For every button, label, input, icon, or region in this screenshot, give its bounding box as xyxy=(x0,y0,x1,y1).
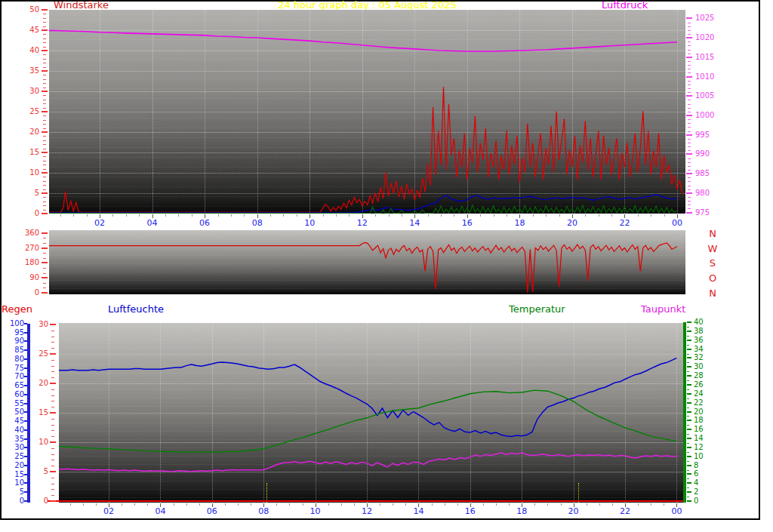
rain-axis-minor-tick xyxy=(51,448,54,449)
hour-label-18: 18 xyxy=(512,507,531,515)
hour-tick xyxy=(349,214,350,217)
hour-tick xyxy=(186,503,187,506)
hour-tick xyxy=(405,503,406,506)
wind-axis-minor-tick xyxy=(43,149,46,149)
temperature-minor-tick xyxy=(687,425,689,426)
humidity-tick-label: 10 xyxy=(2,479,24,487)
rain-axis-tick xyxy=(50,324,56,325)
hour-label-08: 08 xyxy=(248,219,267,227)
hour-tick xyxy=(599,503,600,506)
hour-tick xyxy=(546,214,547,217)
temperature-tick xyxy=(687,411,691,413)
wind-axis-minor-tick xyxy=(43,100,46,100)
temperature-tick xyxy=(687,393,691,395)
rain-axis-tick-label: 30 xyxy=(32,321,48,328)
temperature-tick-label: 22 xyxy=(694,399,713,407)
temperature-minor-tick xyxy=(687,407,689,408)
hour-tick xyxy=(225,503,226,506)
rain-axis-minor-tick xyxy=(51,425,54,426)
hour-tick xyxy=(428,214,429,217)
wind-axis-minor-tick xyxy=(43,115,46,116)
pressure-axis-minor-tick xyxy=(688,85,691,85)
pressure-axis-minor-tick xyxy=(688,146,691,147)
direction-axis-minor-tick xyxy=(43,253,46,254)
temperature-tick-label: 36 xyxy=(694,337,713,344)
hour-tick xyxy=(533,214,534,217)
temperature-tick-label: 10 xyxy=(694,453,713,460)
pressure-axis-minor-tick xyxy=(688,42,691,42)
wind-panel-label: Windstärke xyxy=(54,0,109,11)
wind-axis-minor-tick xyxy=(43,144,46,145)
wind-axis-tick xyxy=(42,9,48,11)
wind-axis-minor-tick xyxy=(43,75,46,75)
graph-title: 24 hour graph day : 05 August 2025 xyxy=(49,0,685,11)
wind-axis-minor-tick xyxy=(43,79,46,80)
pressure-axis-minor-tick xyxy=(688,162,691,163)
pressure-axis-tick xyxy=(686,212,692,214)
hour-tick xyxy=(231,214,232,217)
rain-axis-tick xyxy=(50,412,56,414)
temperature-tick-label: 14 xyxy=(694,435,713,442)
pressure-axis-tick xyxy=(686,57,692,58)
series-temperature xyxy=(59,390,676,452)
temperature-tick-label: 18 xyxy=(694,417,713,424)
wind-axis-tick-label: 30 xyxy=(6,88,39,95)
rain-axis-minor-tick xyxy=(51,495,54,496)
rain-axis-minor-tick xyxy=(51,454,54,455)
rain-axis-minor-tick xyxy=(51,366,54,367)
pressure-axis-minor-tick xyxy=(688,45,691,46)
humidity-tick xyxy=(24,323,27,324)
hour-label-12: 12 xyxy=(353,219,372,227)
rain-axis-minor-tick xyxy=(51,466,54,466)
humidity-tick xyxy=(24,349,27,351)
hour-tick xyxy=(354,503,355,506)
wind-axis-minor-tick xyxy=(43,120,46,121)
series-pressure xyxy=(49,30,677,51)
hour-tick xyxy=(126,214,127,217)
temperature-tick-label: 8 xyxy=(694,462,713,469)
hour-tick xyxy=(323,214,324,217)
direction-axis-tick xyxy=(42,292,48,294)
hour-tick xyxy=(96,503,97,506)
hour-tick xyxy=(380,503,380,506)
wind-axis-tick-label: 45 xyxy=(6,26,39,34)
humidity-tick xyxy=(24,403,27,404)
temperature-tick-label: 20 xyxy=(694,408,713,416)
wind-axis-minor-tick xyxy=(43,26,46,27)
wind-axis-minor-tick xyxy=(43,197,46,198)
hour-tick xyxy=(494,214,494,217)
hour-tick xyxy=(587,503,587,506)
pressure-axis-minor-tick xyxy=(688,61,691,62)
humidity-tick-label: 45 xyxy=(2,417,24,425)
hour-tick xyxy=(244,214,245,217)
temperature-minor-tick xyxy=(687,461,689,462)
direction-axis-minor-tick xyxy=(43,288,46,288)
temperature-minor-tick xyxy=(687,380,689,381)
humidity-tick-label: 65 xyxy=(2,382,24,389)
hour-tick xyxy=(612,503,613,506)
hour-tick xyxy=(638,503,639,506)
series-humidity xyxy=(59,358,676,436)
wind-axis-minor-tick xyxy=(43,14,46,14)
direction-axis-tick xyxy=(42,262,48,263)
pressure-axis-minor-tick xyxy=(688,201,691,201)
wind-axis-minor-tick xyxy=(43,177,46,177)
humidity-tick-label: 60 xyxy=(2,391,24,398)
temperature-tick-label: 4 xyxy=(694,479,713,487)
hour-tick xyxy=(341,503,342,506)
hour-tick xyxy=(599,214,599,217)
rain-axis-minor-tick xyxy=(51,377,54,378)
wind-axis-minor-tick xyxy=(43,124,46,125)
hour-tick xyxy=(507,214,507,217)
rain-axis-tick-label: 5 xyxy=(32,468,48,475)
direction-axis-tick-label: 360 xyxy=(6,229,39,237)
hour-tick xyxy=(251,503,251,506)
wind-axis-minor-tick xyxy=(43,169,46,170)
wind-axis-minor-tick xyxy=(43,42,46,43)
rain-axis-tick-label: 15 xyxy=(32,409,48,417)
rain-axis-label: Regen xyxy=(2,304,32,315)
pressure-axis-minor-tick xyxy=(688,177,691,178)
pressure-axis-tick xyxy=(686,76,692,78)
hour-label-06: 06 xyxy=(202,507,222,515)
pressure-axis-tick xyxy=(686,95,692,97)
